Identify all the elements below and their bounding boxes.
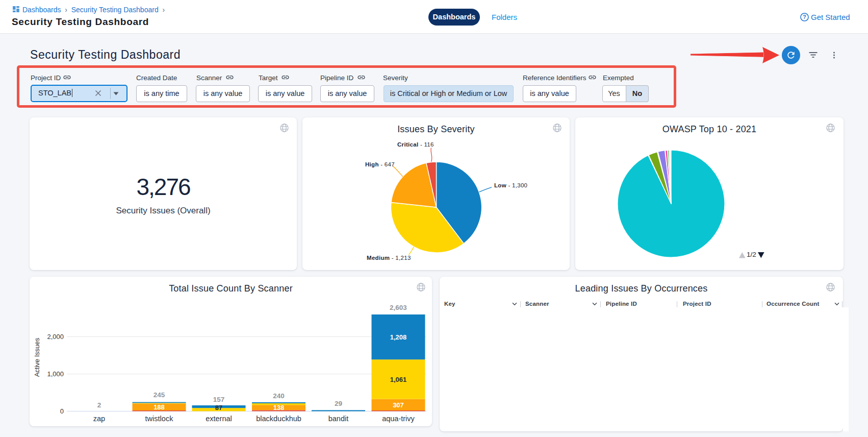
- svg-text:external: external: [206, 415, 232, 423]
- svg-text:2,603: 2,603: [390, 304, 407, 311]
- svg-text:29: 29: [335, 400, 342, 407]
- svg-text:?: ?: [803, 14, 806, 20]
- svg-text:188: 188: [154, 403, 165, 411]
- svg-text:87: 87: [215, 404, 222, 411]
- svg-text:0: 0: [60, 407, 64, 415]
- svg-text:1,208: 1,208: [390, 333, 407, 341]
- svg-text:zap: zap: [93, 415, 105, 423]
- svg-text:2: 2: [97, 401, 101, 409]
- svg-text:157: 157: [213, 396, 225, 403]
- svg-text:bandit: bandit: [328, 415, 349, 423]
- svg-text:307: 307: [393, 401, 404, 409]
- svg-text:1,000: 1,000: [47, 370, 64, 378]
- svg-text:aqua-trivy: aqua-trivy: [382, 415, 415, 423]
- svg-text:240: 240: [273, 392, 285, 400]
- svg-text:138: 138: [273, 404, 285, 411]
- svg-text:1,061: 1,061: [390, 376, 407, 383]
- svg-text:blackduckhub: blackduckhub: [256, 415, 301, 423]
- svg-text:Active Issues: Active Issues: [33, 337, 41, 377]
- svg-text:2,000: 2,000: [47, 333, 64, 341]
- svg-text:245: 245: [154, 391, 165, 399]
- svg-text:twistlock: twistlock: [145, 415, 174, 423]
